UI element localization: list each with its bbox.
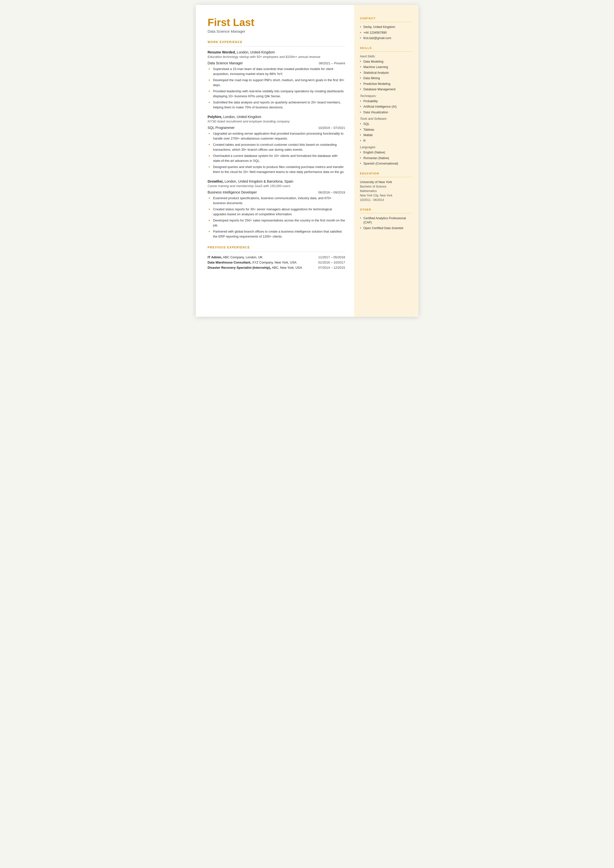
job-title: Data Science Manager bbox=[208, 29, 345, 33]
company-tagline-3: Career training and membership SaaS with… bbox=[208, 184, 345, 188]
tools-list: SQL Tableau Matlab R bbox=[360, 122, 412, 143]
company-location-3: London, United Kingdom & Barcelona, Spai… bbox=[225, 179, 293, 183]
prev-exp-rest-3: ABC, New York, USA bbox=[271, 266, 302, 269]
job-bullets-1: Supervised a 15-man team of data scienti… bbox=[209, 67, 345, 110]
company-location-2: London, United Kingdom bbox=[223, 115, 261, 119]
job-row-2: SQL Programmer 10/2019 – 07/2021 bbox=[208, 126, 345, 130]
prev-exp-divider bbox=[208, 252, 345, 252]
work-experience-divider bbox=[208, 46, 345, 47]
job-title-3: Business Intelligence Developer bbox=[208, 190, 257, 194]
prev-exp-dates-3: 07/2014 – 12/2015 bbox=[318, 266, 345, 269]
contact-phone: +44 1234567890 bbox=[360, 31, 412, 35]
company-name-1: Resume Worded, bbox=[208, 50, 236, 54]
education-block: University of New York Bachelor of Scien… bbox=[360, 180, 412, 202]
company-header-1: Resume Worded, London, United Kingdom bbox=[208, 50, 345, 54]
bullet-3-4: Partnered with global branch offices to … bbox=[209, 229, 345, 239]
prev-exp-dates-2: 01/2016 – 10/2017 bbox=[318, 261, 345, 264]
contact-section-title: CONTACT bbox=[360, 17, 412, 20]
job-title-2: SQL Programmer bbox=[208, 126, 235, 130]
contact-list: Derby, United Kingdom +44 1234567890 fir… bbox=[360, 25, 412, 40]
tool-3: Matlab bbox=[360, 133, 412, 138]
other-item-2: Open Certified Data Scientist bbox=[360, 226, 412, 231]
company-header-3: Growthsi, London, United Kingdom & Barce… bbox=[208, 179, 345, 183]
bullet-1-3: Provided leadership with real-time visib… bbox=[209, 89, 345, 98]
full-name: First Last bbox=[208, 17, 345, 28]
company-name-3: Growthsi, bbox=[208, 179, 224, 183]
technique-1: Probability bbox=[360, 99, 412, 104]
prev-exp-row-2: Data Warehouse Consultant, XYZ Company, … bbox=[208, 261, 345, 264]
prev-exp-row-1: IT Admin, ABC Company, London, UK 11/201… bbox=[208, 255, 345, 259]
job-title-1: Data Science Manager bbox=[208, 61, 243, 65]
hard-skills-label: Hard Skills: bbox=[360, 55, 412, 58]
hard-skill-6: Database Management bbox=[360, 87, 412, 92]
techniques-list: Probability Artificial Intelligence (AI)… bbox=[360, 99, 412, 115]
right-column: CONTACT Derby, United Kingdom +44 123456… bbox=[354, 5, 419, 317]
techniques-label: Techniques: bbox=[360, 94, 412, 98]
edu-location: New York City, New York bbox=[360, 193, 412, 198]
tool-1: SQL bbox=[360, 122, 412, 126]
company-header-2: Polyhire, London, United Kingdom bbox=[208, 115, 345, 119]
edu-school: University of New York bbox=[360, 180, 412, 184]
bullet-2-2: Created tables and processes to construc… bbox=[209, 142, 345, 152]
job-dates-2: 10/2019 – 07/2021 bbox=[318, 126, 345, 130]
company-tagline-1: Education technology startup with 50+ em… bbox=[208, 55, 345, 59]
skills-divider bbox=[360, 51, 412, 52]
other-item-1: Certified Analytics Professional (CAP) bbox=[360, 216, 412, 225]
bullet-2-1: Upgraded an existing server application … bbox=[209, 131, 345, 141]
prev-exp-rest-2: XYZ Company, New York, USA bbox=[251, 261, 296, 264]
language-3: Spanish (Conversational) bbox=[360, 161, 412, 166]
prev-exp-bold-3: Disaster Recovery Specialist (Internship… bbox=[208, 266, 271, 269]
skills-section-title: SKILLS bbox=[360, 47, 412, 50]
other-divider bbox=[360, 213, 412, 213]
contact-email: first.last@gmail.com bbox=[360, 36, 412, 40]
prev-exp-rest-1: ABC Company, London, UK bbox=[222, 255, 263, 259]
job-dates-1: 08/2021 – Present bbox=[319, 61, 345, 65]
hard-skill-4: Data Mining bbox=[360, 76, 412, 81]
job-dates-3: 06/2018 – 09/2019 bbox=[318, 191, 345, 194]
edu-degree: Bachelor of Science bbox=[360, 184, 412, 189]
job-row-1: Data Science Manager 08/2021 – Present bbox=[208, 61, 345, 65]
company-block-resume-worded: Resume Worded, London, United Kingdom Ed… bbox=[208, 50, 345, 110]
bullet-1-2: Developed the road map to support RW's s… bbox=[209, 78, 345, 87]
company-name-2: Polyhire, bbox=[208, 115, 222, 119]
prev-exp-dates-1: 11/2017 – 05/2018 bbox=[318, 255, 345, 259]
hard-skill-5: Predictive Modeling bbox=[360, 82, 412, 86]
bullet-3-2: Created status reports for 30+ senior ma… bbox=[209, 207, 345, 216]
bullet-2-3: Overhauled a current database system for… bbox=[209, 154, 345, 163]
technique-2: Artificial Intelligence (AI) bbox=[360, 105, 412, 109]
prev-exp-left-2: Data Warehouse Consultant, XYZ Company, … bbox=[208, 261, 318, 264]
job-row-3: Business Intelligence Developer 06/2018 … bbox=[208, 190, 345, 194]
edu-field: Mathematics bbox=[360, 189, 412, 193]
languages-list: English (Native) Romanian (Native) Spani… bbox=[360, 151, 412, 166]
bullet-1-1: Supervised a 15-man team of data scienti… bbox=[209, 67, 345, 76]
contact-address: Derby, United Kingdom bbox=[360, 25, 412, 30]
hard-skill-2: Machine Learning bbox=[360, 65, 412, 70]
resume-wrapper: First Last Data Science Manager WORK EXP… bbox=[196, 5, 419, 317]
prev-exp-bold-2: Data Warehouse Consultant, bbox=[208, 261, 251, 264]
bullet-1-4: Submitted the data analysis and reports … bbox=[209, 100, 345, 110]
job-bullets-3: Examined product specifications, busines… bbox=[209, 196, 345, 239]
prev-exp-bold-1: IT Admin, bbox=[208, 255, 222, 259]
other-list: Certified Analytics Professional (CAP) O… bbox=[360, 216, 412, 231]
company-block-polyhire: Polyhire, London, United Kingdom NYSE-li… bbox=[208, 115, 345, 174]
prev-exp-left-1: IT Admin, ABC Company, London, UK bbox=[208, 255, 318, 259]
hard-skills-list: Data Modeling Machine Learning Statistic… bbox=[360, 60, 412, 92]
prev-exp-section-title: PREVIOUS EXPERIENCE bbox=[208, 246, 345, 249]
company-location-1: London, United Kingdom bbox=[237, 50, 275, 54]
tool-4: R bbox=[360, 139, 412, 143]
company-tagline-2: NYSE-listed recruitment and employer bra… bbox=[208, 120, 345, 123]
edu-dates: 10/2011 - 06/2014 bbox=[360, 198, 412, 202]
hard-skill-1: Data Modeling bbox=[360, 60, 412, 64]
technique-3: Data Visualization bbox=[360, 110, 412, 115]
language-1: English (Native) bbox=[360, 151, 412, 155]
left-column: First Last Data Science Manager WORK EXP… bbox=[196, 5, 354, 317]
education-section-title: EDUCATION bbox=[360, 172, 412, 175]
tools-label: Tools and Software: bbox=[360, 117, 412, 121]
job-bullets-2: Upgraded an existing server application … bbox=[209, 131, 345, 174]
prev-exp-table: IT Admin, ABC Company, London, UK 11/201… bbox=[208, 255, 345, 269]
tool-2: Tableau bbox=[360, 128, 412, 132]
prev-exp-row-3: Disaster Recovery Specialist (Internship… bbox=[208, 266, 345, 269]
name-section: First Last Data Science Manager bbox=[208, 17, 345, 33]
prev-exp-left-3: Disaster Recovery Specialist (Internship… bbox=[208, 266, 318, 269]
hard-skill-3: Statistical Analysis bbox=[360, 71, 412, 75]
